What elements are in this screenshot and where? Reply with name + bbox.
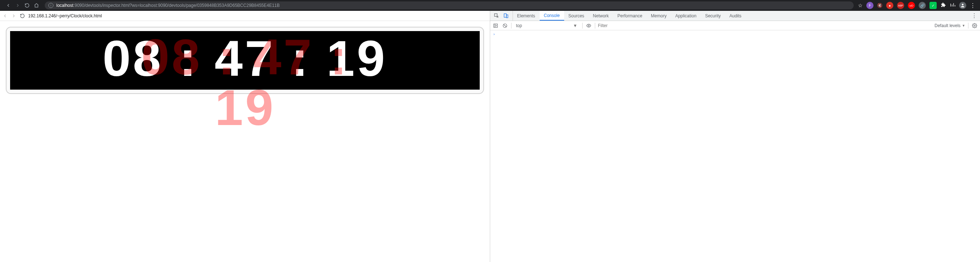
main-split: 08 : 47 : 19 08 : 47 : 19 Elements Conso… <box>0 11 980 262</box>
inspect-element-icon[interactable] <box>494 13 500 19</box>
live-expression-icon[interactable] <box>585 22 592 29</box>
clear-console-icon[interactable] <box>502 22 508 29</box>
devtools-tabs-right: ⋮ <box>969 11 980 21</box>
toggle-device-icon[interactable] <box>503 13 509 19</box>
svg-rect-4 <box>493 24 497 27</box>
forward-button[interactable] <box>14 2 21 9</box>
bookmark-star-icon[interactable]: ☆ <box>858 3 863 8</box>
tab-performance[interactable]: Performance <box>613 11 647 21</box>
extension-icon-1[interactable]: F <box>866 2 873 9</box>
console-toolbar: top ▼ Default levels ▼ <box>490 21 980 30</box>
page-back-button[interactable] <box>2 13 8 19</box>
reload-button[interactable] <box>24 2 30 9</box>
tab-elements[interactable]: Elements <box>513 11 539 21</box>
divider <box>582 23 582 29</box>
extensions-menu-icon[interactable] <box>940 2 946 9</box>
chevron-down-icon: ▼ <box>573 23 578 28</box>
tab-security[interactable]: Security <box>701 11 725 21</box>
console-body[interactable]: › <box>490 30 980 262</box>
browser-toolbar-right: ☆ F 🔇 ● ABP uO 🔗 ✓ ⋮ <box>856 2 978 9</box>
browser-chrome-bar: i localhost:9090/devtools/inspector.html… <box>0 0 980 11</box>
execution-context-selector[interactable]: top ▼ <box>514 22 579 29</box>
console-filter-input[interactable] <box>598 23 932 28</box>
page-forward-button[interactable] <box>11 13 17 19</box>
clock-widget: 08 : 47 : 19 08 : 47 : 19 <box>6 27 484 94</box>
console-sidebar-toggle-icon[interactable] <box>492 22 499 29</box>
page-content: 08 : 47 : 19 08 : 47 : 19 <box>0 21 490 262</box>
chevron-down-icon: ▼ <box>962 24 965 27</box>
extension-green-icon[interactable]: ✓ <box>929 2 937 9</box>
log-levels-selector[interactable]: Default levels ▼ <box>934 23 965 28</box>
page-url-bar <box>0 11 490 21</box>
divider <box>968 23 969 29</box>
site-info-icon[interactable]: i <box>48 3 53 8</box>
clock-shadow: 08 : 47 : 19 <box>103 32 387 133</box>
tab-console[interactable]: Console <box>539 11 564 21</box>
devtools-pane: Elements Console Sources Network Perform… <box>490 11 980 262</box>
console-prompt[interactable]: › <box>493 32 977 37</box>
devtools-tablist: Elements Console Sources Network Perform… <box>490 11 980 21</box>
mute-icon[interactable]: 🔇 <box>877 3 883 8</box>
omnibox[interactable]: i localhost:9090/devtools/inspector.html… <box>45 2 854 10</box>
extension-ublock-icon[interactable]: uO <box>908 2 915 9</box>
tab-audits[interactable]: Audits <box>725 11 746 21</box>
page-reload-button[interactable] <box>19 13 25 19</box>
chrome-menu-icon[interactable]: ⋮ <box>970 2 976 9</box>
divider <box>595 23 595 29</box>
levels-label: Default levels <box>934 23 961 28</box>
extension-link-icon[interactable]: 🔗 <box>919 2 926 9</box>
svg-line-7 <box>504 24 506 27</box>
home-button[interactable] <box>33 2 40 9</box>
media-control-icon[interactable] <box>950 2 955 9</box>
devtools-menu-icon[interactable]: ⋮ <box>971 13 977 19</box>
extension-icon-2[interactable]: ● <box>886 2 893 9</box>
context-label: top <box>516 23 522 28</box>
svg-rect-2 <box>504 14 506 18</box>
clock-face: 08 : 47 : 19 08 : 47 : 19 <box>10 31 480 89</box>
svg-rect-3 <box>506 15 508 18</box>
tab-memory[interactable]: Memory <box>646 11 671 21</box>
svg-point-0 <box>962 3 964 5</box>
tab-sources[interactable]: Sources <box>564 11 589 21</box>
browser-nav-buttons <box>2 2 43 9</box>
profile-avatar[interactable] <box>959 2 966 9</box>
page-pane: 08 : 47 : 19 08 : 47 : 19 <box>0 11 490 262</box>
devtools-inspect-icons <box>490 11 513 21</box>
omnibox-text: localhost:9090/devtools/inspector.html?w… <box>56 3 280 8</box>
svg-point-9 <box>974 25 975 26</box>
page-nav <box>2 13 25 19</box>
extension-abp-icon[interactable]: ABP <box>897 2 904 9</box>
console-settings-icon[interactable] <box>971 22 978 29</box>
back-button[interactable] <box>5 2 11 9</box>
tab-application[interactable]: Application <box>671 11 701 21</box>
svg-point-8 <box>588 25 589 26</box>
tab-network[interactable]: Network <box>589 11 613 21</box>
page-url-input[interactable] <box>28 13 488 18</box>
